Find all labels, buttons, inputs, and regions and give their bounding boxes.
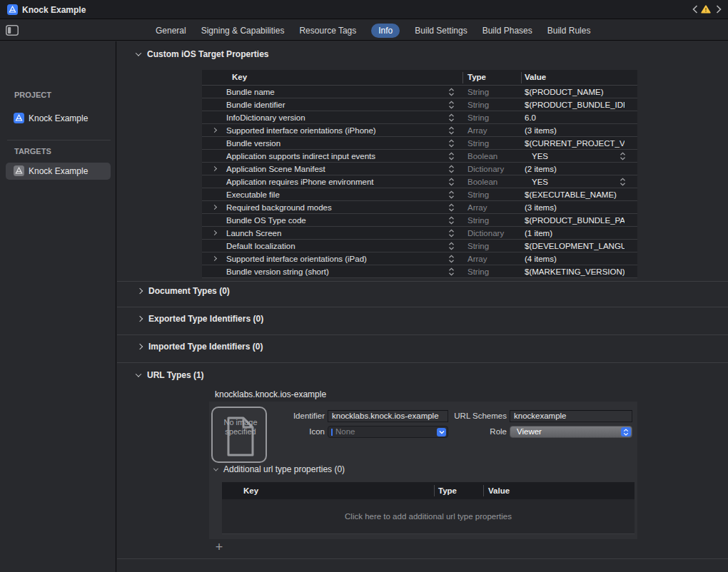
disclosure-chevron-icon[interactable] (212, 205, 217, 210)
disclosure-chevron-icon[interactable] (212, 128, 217, 133)
property-key: Application Scene Manifest (226, 165, 325, 173)
add-additional-properties-area[interactable]: Click here to add additional url type pr… (222, 499, 635, 533)
property-row[interactable]: Executable fileString$(EXECUTABLE_NAME) (202, 188, 637, 201)
role-dropdown-value: Viewer (517, 427, 542, 436)
property-value[interactable]: (1 item) (525, 229, 625, 238)
key-stepper-icon[interactable] (448, 255, 455, 265)
property-value[interactable]: $(EXECUTABLE_NAME) (525, 190, 625, 199)
property-row[interactable]: Supported interface orientations (iPhone… (202, 124, 637, 137)
section-document-types[interactable]: Document Types (0) (138, 285, 230, 297)
properties-table-rows: Bundle nameString$(PRODUCT_NAME)Bundle i… (202, 86, 637, 278)
property-row[interactable]: Application Scene ManifestDictionary(2 i… (202, 163, 637, 175)
back-chevron-icon[interactable] (690, 4, 700, 15)
tab-signing-capabilities[interactable]: Signing & Capabilities (201, 26, 285, 36)
properties-table: Key Type Value Bundle nameString$(PRODUC… (202, 70, 637, 278)
tab-build-phases[interactable]: Build Phases (482, 26, 532, 36)
property-key: Application supports indirect input even… (226, 152, 375, 160)
tab-build-settings[interactable]: Build Settings (415, 26, 467, 36)
property-type: Array (467, 255, 487, 263)
sidebar-item-project[interactable]: Knock Example (6, 110, 111, 127)
property-row[interactable]: Supported interface orientations (iPad)A… (202, 252, 637, 265)
tab-resource-tags[interactable]: Resource Tags (299, 26, 356, 36)
popup-stepper-icon[interactable] (621, 427, 631, 436)
property-key: Default localization (226, 242, 295, 250)
disclosure-chevron-icon[interactable] (212, 166, 217, 171)
key-stepper-icon[interactable] (448, 126, 455, 136)
chevron-right-icon (137, 344, 143, 349)
property-row[interactable]: Bundle version string (short)String$(MAR… (202, 265, 637, 278)
key-stepper-icon[interactable] (448, 203, 455, 213)
column-divider (462, 72, 463, 83)
property-value[interactable]: (3 items) (525, 203, 625, 212)
property-row[interactable]: Launch ScreenDictionary(1 item) (202, 227, 637, 240)
property-value[interactable]: (3 items) (525, 126, 625, 135)
key-stepper-icon[interactable] (448, 242, 455, 252)
property-type: String (467, 216, 489, 225)
property-value[interactable]: $(PRODUCT_NAME) (525, 88, 625, 96)
key-stepper-icon[interactable] (448, 139, 455, 149)
chevron-down-icon (213, 466, 218, 471)
property-row[interactable]: Application supports indirect input even… (202, 150, 637, 163)
property-key: Bundle identifier (226, 101, 285, 109)
add-url-type-button[interactable]: + (213, 541, 226, 554)
property-value[interactable]: $(PRODUCT_BUNDLE_IDENT (525, 101, 625, 109)
key-stepper-icon[interactable] (448, 267, 455, 277)
property-value[interactable]: 6.0 (525, 113, 625, 122)
key-stepper-icon[interactable] (448, 178, 455, 188)
property-value[interactable]: (4 items) (525, 255, 625, 263)
property-row[interactable]: Default localizationString$(DEVELOPMENT_… (202, 240, 637, 252)
key-stepper-icon[interactable] (448, 152, 455, 162)
property-row[interactable]: InfoDictionary versionString6.0 (202, 111, 637, 124)
section-divider (117, 558, 728, 559)
property-type: String (467, 267, 489, 276)
target-icon (14, 165, 24, 178)
section-imported-type-identifiers[interactable]: Imported Type Identifiers (0) (138, 341, 263, 352)
sidebar-item-target[interactable]: Knock Example (6, 163, 111, 180)
additional-url-type-properties-header[interactable]: Additional url type properties (0) (214, 464, 345, 474)
property-row[interactable]: Bundle versionString$(CURRENT_PROJECT_VE… (202, 137, 637, 150)
section-url-types[interactable]: URL Types (1) (136, 369, 204, 381)
forward-chevron-icon[interactable] (714, 4, 724, 15)
warning-triangle-icon[interactable] (701, 4, 711, 15)
key-stepper-icon[interactable] (448, 216, 455, 226)
property-row[interactable]: Bundle nameString$(PRODUCT_NAME) (202, 86, 637, 98)
icon-label: Icon (223, 427, 325, 436)
column-header-type: Type (438, 486, 457, 495)
key-stepper-icon[interactable] (448, 113, 455, 123)
property-value[interactable]: $(CURRENT_PROJECT_VERS (525, 139, 625, 148)
disclosure-chevron-icon[interactable] (212, 230, 217, 235)
property-value[interactable]: $(DEVELOPMENT_LANGUAGI (525, 242, 625, 250)
tab-info[interactable]: Info (371, 24, 400, 38)
property-row[interactable]: Application requires iPhone environmentB… (202, 175, 637, 188)
value-stepper-icon[interactable] (620, 152, 626, 162)
property-row[interactable]: Bundle identifierString$(PRODUCT_BUNDLE_… (202, 98, 637, 111)
column-header-key: Key (232, 73, 247, 81)
disclosure-chevron-icon[interactable] (212, 256, 217, 261)
project-section-label: PROJECT (14, 91, 51, 99)
role-dropdown[interactable]: Viewer (510, 426, 632, 438)
tab-build-rules[interactable]: Build Rules (547, 26, 591, 36)
property-row[interactable]: Required background modesArray(3 items) (202, 201, 637, 214)
sidebar-toggle-icon[interactable] (6, 25, 19, 36)
property-value[interactable]: $(PRODUCT_BUNDLE_PACKA (525, 216, 625, 225)
key-stepper-icon[interactable] (448, 88, 455, 98)
key-stepper-icon[interactable] (448, 101, 455, 111)
section-title: Custom iOS Target Properties (147, 49, 268, 59)
url-schemes-field[interactable]: knockexample (510, 410, 632, 422)
tab-general[interactable]: General (156, 26, 186, 36)
targets-section-label: TARGETS (14, 147, 51, 155)
key-stepper-icon[interactable] (448, 190, 455, 200)
value-stepper-icon[interactable] (620, 178, 626, 188)
chevron-right-icon (137, 288, 143, 294)
property-value[interactable]: $(MARKETING_VERSION) (525, 267, 625, 276)
property-value[interactable]: (2 items) (525, 165, 625, 173)
key-stepper-icon[interactable] (448, 229, 455, 239)
property-value[interactable]: YES (525, 152, 625, 160)
property-value[interactable]: YES (525, 178, 625, 186)
section-custom-ios-target-properties[interactable]: Custom iOS Target Properties (136, 48, 268, 60)
column-header-key: Key (243, 486, 258, 495)
xcode-project-icon (7, 4, 18, 15)
section-exported-type-identifiers[interactable]: Exported Type Identifiers (0) (138, 313, 263, 325)
property-row[interactable]: Bundle OS Type codeString$(PRODUCT_BUNDL… (202, 214, 637, 227)
key-stepper-icon[interactable] (448, 165, 455, 175)
